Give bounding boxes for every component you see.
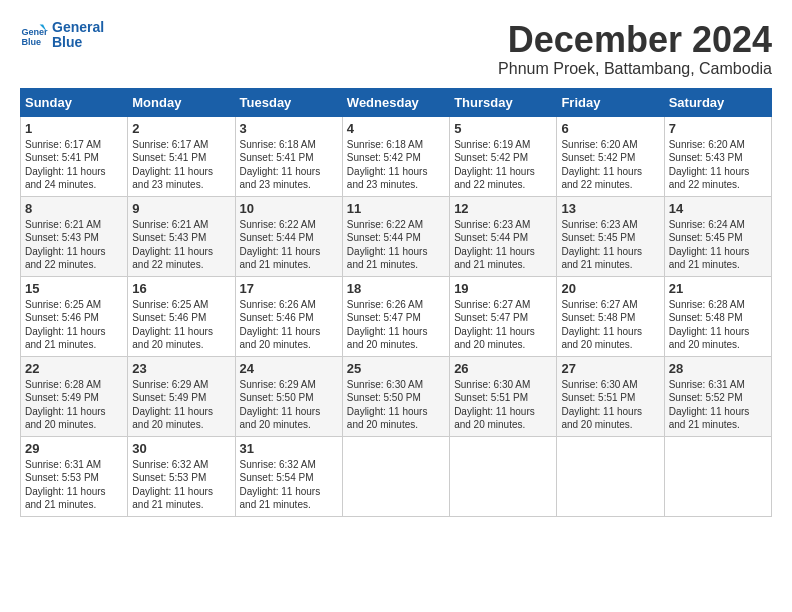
col-header-sunday: Sunday [21, 88, 128, 116]
calendar-cell [450, 436, 557, 516]
calendar-cell [557, 436, 664, 516]
day-detail: Sunrise: 6:21 AMSunset: 5:43 PMDaylight:… [25, 219, 106, 271]
day-detail: Sunrise: 6:22 AMSunset: 5:44 PMDaylight:… [240, 219, 321, 271]
day-number: 23 [132, 361, 230, 376]
calendar-cell: 28 Sunrise: 6:31 AMSunset: 5:52 PMDaylig… [664, 356, 771, 436]
calendar-cell: 16 Sunrise: 6:25 AMSunset: 5:46 PMDaylig… [128, 276, 235, 356]
calendar-cell: 15 Sunrise: 6:25 AMSunset: 5:46 PMDaylig… [21, 276, 128, 356]
calendar-cell: 5 Sunrise: 6:19 AMSunset: 5:42 PMDayligh… [450, 116, 557, 196]
calendar-cell: 23 Sunrise: 6:29 AMSunset: 5:49 PMDaylig… [128, 356, 235, 436]
calendar-cell: 25 Sunrise: 6:30 AMSunset: 5:50 PMDaylig… [342, 356, 449, 436]
calendar-cell: 2 Sunrise: 6:17 AMSunset: 5:41 PMDayligh… [128, 116, 235, 196]
day-number: 10 [240, 201, 338, 216]
calendar-cell: 10 Sunrise: 6:22 AMSunset: 5:44 PMDaylig… [235, 196, 342, 276]
calendar-cell: 21 Sunrise: 6:28 AMSunset: 5:48 PMDaylig… [664, 276, 771, 356]
day-number: 7 [669, 121, 767, 136]
calendar-cell: 17 Sunrise: 6:26 AMSunset: 5:46 PMDaylig… [235, 276, 342, 356]
day-detail: Sunrise: 6:30 AMSunset: 5:50 PMDaylight:… [347, 379, 428, 431]
day-detail: Sunrise: 6:21 AMSunset: 5:43 PMDaylight:… [132, 219, 213, 271]
week-row: 29 Sunrise: 6:31 AMSunset: 5:53 PMDaylig… [21, 436, 772, 516]
day-number: 31 [240, 441, 338, 456]
day-number: 9 [132, 201, 230, 216]
day-number: 16 [132, 281, 230, 296]
day-number: 24 [240, 361, 338, 376]
calendar-cell: 31 Sunrise: 6:32 AMSunset: 5:54 PMDaylig… [235, 436, 342, 516]
calendar-cell [342, 436, 449, 516]
calendar-cell: 13 Sunrise: 6:23 AMSunset: 5:45 PMDaylig… [557, 196, 664, 276]
logo-icon: General Blue [20, 21, 48, 49]
day-number: 1 [25, 121, 123, 136]
calendar-table: SundayMondayTuesdayWednesdayThursdayFrid… [20, 88, 772, 517]
logo-text: GeneralBlue [52, 20, 104, 51]
calendar-cell: 8 Sunrise: 6:21 AMSunset: 5:43 PMDayligh… [21, 196, 128, 276]
col-header-wednesday: Wednesday [342, 88, 449, 116]
day-number: 20 [561, 281, 659, 296]
day-detail: Sunrise: 6:26 AMSunset: 5:47 PMDaylight:… [347, 299, 428, 351]
calendar-cell: 9 Sunrise: 6:21 AMSunset: 5:43 PMDayligh… [128, 196, 235, 276]
week-row: 22 Sunrise: 6:28 AMSunset: 5:49 PMDaylig… [21, 356, 772, 436]
day-detail: Sunrise: 6:19 AMSunset: 5:42 PMDaylight:… [454, 139, 535, 191]
day-detail: Sunrise: 6:28 AMSunset: 5:49 PMDaylight:… [25, 379, 106, 431]
day-detail: Sunrise: 6:27 AMSunset: 5:48 PMDaylight:… [561, 299, 642, 351]
day-detail: Sunrise: 6:20 AMSunset: 5:43 PMDaylight:… [669, 139, 750, 191]
day-detail: Sunrise: 6:32 AMSunset: 5:53 PMDaylight:… [132, 459, 213, 511]
col-header-saturday: Saturday [664, 88, 771, 116]
day-number: 14 [669, 201, 767, 216]
day-detail: Sunrise: 6:32 AMSunset: 5:54 PMDaylight:… [240, 459, 321, 511]
day-detail: Sunrise: 6:31 AMSunset: 5:53 PMDaylight:… [25, 459, 106, 511]
day-detail: Sunrise: 6:29 AMSunset: 5:50 PMDaylight:… [240, 379, 321, 431]
day-number: 27 [561, 361, 659, 376]
day-number: 25 [347, 361, 445, 376]
day-number: 13 [561, 201, 659, 216]
day-detail: Sunrise: 6:17 AMSunset: 5:41 PMDaylight:… [25, 139, 106, 191]
day-number: 26 [454, 361, 552, 376]
calendar-cell: 11 Sunrise: 6:22 AMSunset: 5:44 PMDaylig… [342, 196, 449, 276]
header: General Blue GeneralBlue December 2024 P… [20, 20, 772, 78]
month-title: December 2024 [498, 20, 772, 60]
day-number: 22 [25, 361, 123, 376]
calendar-cell: 1 Sunrise: 6:17 AMSunset: 5:41 PMDayligh… [21, 116, 128, 196]
day-detail: Sunrise: 6:30 AMSunset: 5:51 PMDaylight:… [454, 379, 535, 431]
calendar-cell: 6 Sunrise: 6:20 AMSunset: 5:42 PMDayligh… [557, 116, 664, 196]
calendar-cell: 30 Sunrise: 6:32 AMSunset: 5:53 PMDaylig… [128, 436, 235, 516]
day-detail: Sunrise: 6:31 AMSunset: 5:52 PMDaylight:… [669, 379, 750, 431]
day-number: 6 [561, 121, 659, 136]
day-number: 19 [454, 281, 552, 296]
calendar-cell: 29 Sunrise: 6:31 AMSunset: 5:53 PMDaylig… [21, 436, 128, 516]
col-header-thursday: Thursday [450, 88, 557, 116]
day-number: 5 [454, 121, 552, 136]
title-area: December 2024 Phnum Proek, Battambang, C… [498, 20, 772, 78]
day-detail: Sunrise: 6:18 AMSunset: 5:41 PMDaylight:… [240, 139, 321, 191]
calendar-cell: 20 Sunrise: 6:27 AMSunset: 5:48 PMDaylig… [557, 276, 664, 356]
calendar-cell: 26 Sunrise: 6:30 AMSunset: 5:51 PMDaylig… [450, 356, 557, 436]
day-detail: Sunrise: 6:28 AMSunset: 5:48 PMDaylight:… [669, 299, 750, 351]
day-detail: Sunrise: 6:17 AMSunset: 5:41 PMDaylight:… [132, 139, 213, 191]
day-number: 29 [25, 441, 123, 456]
day-number: 15 [25, 281, 123, 296]
week-row: 8 Sunrise: 6:21 AMSunset: 5:43 PMDayligh… [21, 196, 772, 276]
col-header-monday: Monday [128, 88, 235, 116]
day-detail: Sunrise: 6:27 AMSunset: 5:47 PMDaylight:… [454, 299, 535, 351]
col-header-tuesday: Tuesday [235, 88, 342, 116]
day-detail: Sunrise: 6:29 AMSunset: 5:49 PMDaylight:… [132, 379, 213, 431]
calendar-cell: 14 Sunrise: 6:24 AMSunset: 5:45 PMDaylig… [664, 196, 771, 276]
calendar-cell: 4 Sunrise: 6:18 AMSunset: 5:42 PMDayligh… [342, 116, 449, 196]
day-number: 21 [669, 281, 767, 296]
calendar-cell: 3 Sunrise: 6:18 AMSunset: 5:41 PMDayligh… [235, 116, 342, 196]
day-number: 3 [240, 121, 338, 136]
day-number: 8 [25, 201, 123, 216]
calendar-cell: 7 Sunrise: 6:20 AMSunset: 5:43 PMDayligh… [664, 116, 771, 196]
svg-text:Blue: Blue [21, 37, 41, 47]
day-detail: Sunrise: 6:26 AMSunset: 5:46 PMDaylight:… [240, 299, 321, 351]
day-number: 17 [240, 281, 338, 296]
location-title: Phnum Proek, Battambang, Cambodia [498, 60, 772, 78]
day-detail: Sunrise: 6:22 AMSunset: 5:44 PMDaylight:… [347, 219, 428, 271]
col-header-friday: Friday [557, 88, 664, 116]
calendar-cell: 12 Sunrise: 6:23 AMSunset: 5:44 PMDaylig… [450, 196, 557, 276]
calendar-cell: 27 Sunrise: 6:30 AMSunset: 5:51 PMDaylig… [557, 356, 664, 436]
day-detail: Sunrise: 6:23 AMSunset: 5:45 PMDaylight:… [561, 219, 642, 271]
calendar-cell: 24 Sunrise: 6:29 AMSunset: 5:50 PMDaylig… [235, 356, 342, 436]
logo: General Blue GeneralBlue [20, 20, 104, 51]
day-detail: Sunrise: 6:23 AMSunset: 5:44 PMDaylight:… [454, 219, 535, 271]
day-number: 18 [347, 281, 445, 296]
